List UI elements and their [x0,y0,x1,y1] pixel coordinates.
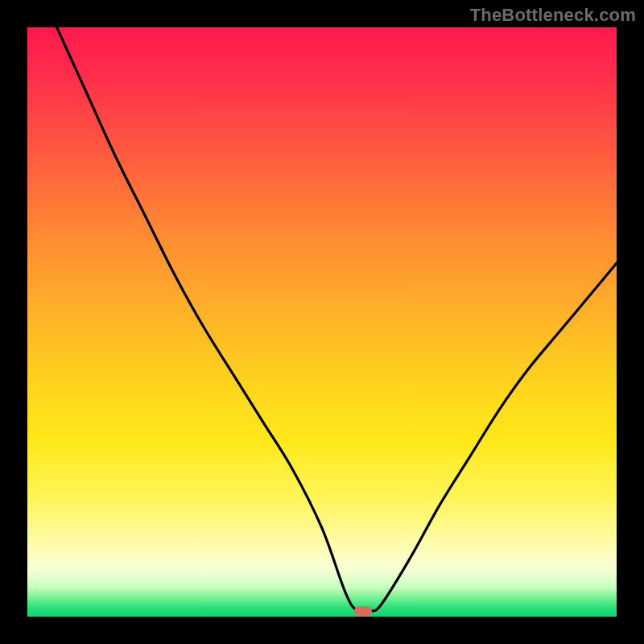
plot-area [27,27,617,617]
bottleneck-curve [27,27,617,617]
optimal-point-marker [354,606,372,616]
watermark-text: TheBottleneck.com [470,5,636,26]
chart-frame: TheBottleneck.com [0,0,644,644]
